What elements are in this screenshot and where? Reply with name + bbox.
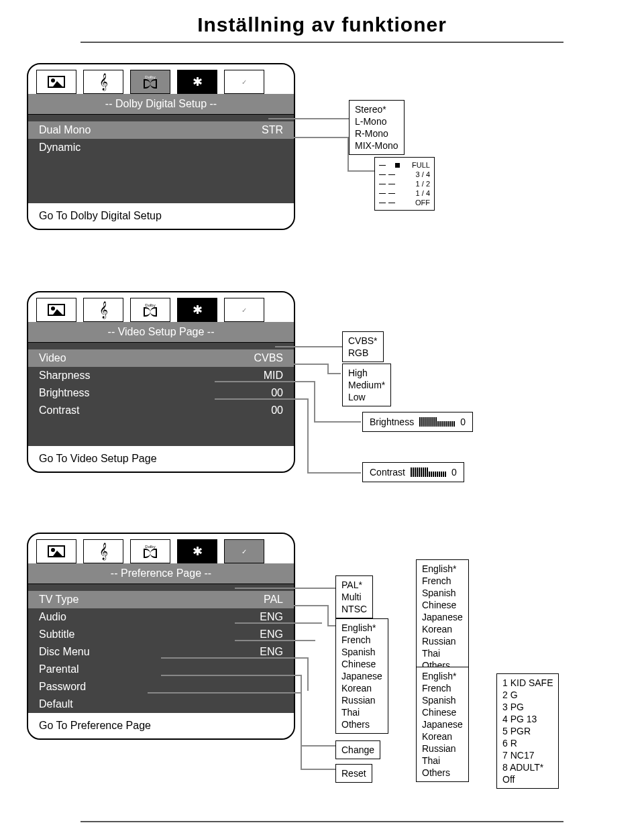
row-default[interactable]: Default bbox=[39, 696, 283, 713]
tab-film[interactable]: ✱ bbox=[177, 539, 217, 563]
page-title: Inställning av funktioner bbox=[27, 13, 617, 36]
default-option: Reset bbox=[335, 764, 372, 783]
contrast-slider: Contrast 0 bbox=[362, 462, 464, 482]
picture-icon bbox=[48, 545, 65, 557]
tab-dolby[interactable]: Dolby bbox=[130, 539, 170, 563]
tab-sound[interactable]: 𝄞 bbox=[83, 298, 123, 322]
tab-check[interactable]: ✓ bbox=[224, 298, 264, 322]
row-dynamic[interactable]: Dynamic bbox=[39, 139, 283, 156]
preference-header: -- Preference Page -- bbox=[28, 563, 294, 584]
tvtype-options: PAL* Multi NTSC bbox=[335, 575, 373, 618]
tab-film[interactable]: ✱ bbox=[177, 70, 217, 94]
tab-row: 𝄞 Dolby ✱ ✓ bbox=[28, 64, 294, 94]
footer-divider bbox=[80, 821, 564, 822]
check-icon: ✓ bbox=[241, 307, 247, 314]
tab-dolby[interactable]: Dolby bbox=[130, 70, 170, 94]
label-dynamic: Dynamic bbox=[39, 142, 80, 154]
tab-film[interactable]: ✱ bbox=[177, 298, 217, 322]
preference-footer: Go To Preference Page bbox=[28, 713, 294, 738]
preference-panel: 𝄞 Dolby ✱ ✓ -- Preference Page -- TV Typ… bbox=[27, 533, 295, 740]
check-icon: ✓ bbox=[241, 78, 247, 86]
tab-picture[interactable] bbox=[36, 539, 76, 563]
title-divider bbox=[80, 42, 564, 43]
picture-icon bbox=[48, 76, 65, 88]
dolby-icon: Dolby bbox=[144, 545, 157, 558]
tab-dolby[interactable]: Dolby bbox=[130, 298, 170, 322]
film-icon: ✱ bbox=[193, 74, 203, 89]
parental-options: 1 KID SAFE 2 G 3 PG 4 PG 13 5 PGR 6 R 7 … bbox=[496, 673, 559, 789]
video-footer: Go To Video Setup Page bbox=[28, 446, 294, 472]
sound-icon: 𝄞 bbox=[99, 73, 108, 91]
value-dual-mono: STR bbox=[262, 124, 283, 136]
row-video[interactable]: VideoCVBS bbox=[28, 349, 294, 367]
video-options: CVBS* RGB bbox=[342, 331, 384, 362]
sound-icon: 𝄞 bbox=[99, 301, 108, 319]
dynamic-scale: FULL 3 / 4 1 / 2 1 / 4 OFF bbox=[374, 157, 435, 211]
tab-check[interactable]: ✓ bbox=[224, 70, 264, 94]
audio-lang-options: English* French Spanish Chinese Japanese… bbox=[335, 618, 388, 734]
tab-picture[interactable] bbox=[36, 298, 76, 322]
tab-picture[interactable] bbox=[36, 70, 76, 94]
tab-check[interactable]: ✓ bbox=[224, 539, 264, 563]
dual-mono-options: Stereo* L-Mono R-Mono MIX-Mono bbox=[349, 100, 405, 155]
sound-icon: 𝄞 bbox=[99, 543, 108, 560]
video-header: -- Video Setup Page -- bbox=[28, 322, 294, 343]
dolby-footer: Go To Dolby Digital Setup bbox=[28, 203, 294, 229]
dolby-header: -- Dolby Digital Setup -- bbox=[28, 94, 294, 115]
row-contrast[interactable]: Contrast00 bbox=[39, 402, 283, 419]
dolby-icon: Dolby bbox=[144, 303, 157, 317]
label-dual-mono: Dual Mono bbox=[39, 124, 91, 136]
picture-icon bbox=[48, 304, 65, 316]
tab-sound[interactable]: 𝄞 bbox=[83, 539, 123, 563]
password-option: Change bbox=[335, 740, 380, 759]
subtitle-lang-options: English* French Spanish Chinese Japanese… bbox=[416, 559, 469, 675]
check-icon: ✓ bbox=[241, 548, 247, 555]
dolby-setup-panel: 𝄞 Dolby ✱ ✓ -- Dolby Digital Setup -- Du… bbox=[27, 63, 295, 230]
discmenu-lang-options: English* French Spanish Chinese Japanese… bbox=[416, 667, 469, 782]
dolby-icon: Dolby bbox=[144, 75, 157, 89]
brightness-slider: Brightness 0 bbox=[362, 412, 473, 432]
film-icon: ✱ bbox=[193, 302, 203, 317]
sharpness-options: High Medium* Low bbox=[342, 364, 391, 406]
film-icon: ✱ bbox=[193, 544, 203, 559]
tab-sound[interactable]: 𝄞 bbox=[83, 70, 123, 94]
